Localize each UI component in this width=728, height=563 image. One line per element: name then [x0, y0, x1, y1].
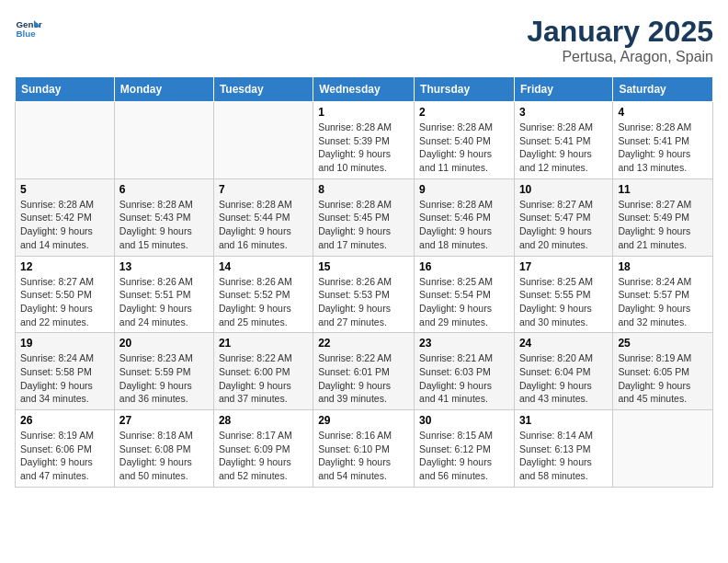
calendar-day-cell: 8Sunrise: 8:28 AMSunset: 5:45 PMDaylight… [313, 178, 415, 256]
day-number: 10 [519, 183, 608, 196]
title-area: January 2025 Pertusa, Aragon, Spain [527, 15, 713, 65]
calendar-day-cell: 3Sunrise: 8:28 AMSunset: 5:41 PMDaylight… [514, 102, 612, 179]
day-info: Sunrise: 8:27 AMSunset: 5:47 PMDaylight:… [519, 198, 608, 252]
calendar-day-cell: 23Sunrise: 8:21 AMSunset: 6:03 PMDayligh… [415, 333, 515, 410]
day-number: 26 [20, 414, 109, 427]
day-number: 29 [318, 414, 409, 427]
calendar-day-cell: 16Sunrise: 8:25 AMSunset: 5:54 PMDayligh… [415, 256, 515, 333]
day-info: Sunrise: 8:19 AMSunset: 6:06 PMDaylight:… [20, 429, 109, 483]
day-number: 20 [119, 337, 209, 350]
calendar-day-cell: 19Sunrise: 8:24 AMSunset: 5:58 PMDayligh… [16, 333, 115, 410]
calendar-day-cell: 22Sunrise: 8:22 AMSunset: 6:01 PMDayligh… [313, 333, 415, 410]
svg-text:Blue: Blue [17, 29, 37, 39]
calendar-day-cell: 5Sunrise: 8:28 AMSunset: 5:42 PMDaylight… [16, 178, 115, 256]
day-info: Sunrise: 8:26 AMSunset: 5:51 PMDaylight:… [119, 275, 209, 329]
calendar-day-cell [16, 102, 115, 179]
day-number: 30 [419, 414, 509, 427]
day-info: Sunrise: 8:15 AMSunset: 6:12 PMDaylight:… [419, 429, 509, 483]
calendar-day-cell: 2Sunrise: 8:28 AMSunset: 5:40 PMDaylight… [415, 102, 515, 179]
day-number: 7 [219, 183, 308, 196]
weekday-header-row: SundayMondayTuesdayWednesdayThursdayFrid… [16, 77, 713, 102]
weekday-header-cell: Wednesday [313, 77, 415, 102]
day-info: Sunrise: 8:28 AMSunset: 5:41 PMDaylight:… [618, 121, 708, 175]
calendar-day-cell: 28Sunrise: 8:17 AMSunset: 6:09 PMDayligh… [213, 410, 313, 488]
logo-icon: General Blue [15, 15, 42, 42]
calendar-day-cell: 24Sunrise: 8:20 AMSunset: 6:04 PMDayligh… [514, 333, 612, 410]
day-number: 6 [119, 183, 209, 196]
day-number: 31 [519, 414, 608, 427]
calendar-day-cell: 20Sunrise: 8:23 AMSunset: 5:59 PMDayligh… [114, 333, 213, 410]
day-number: 3 [519, 106, 608, 119]
calendar-day-cell [114, 102, 213, 179]
day-number: 4 [618, 106, 708, 119]
day-number: 8 [318, 183, 409, 196]
day-info: Sunrise: 8:28 AMSunset: 5:44 PMDaylight:… [219, 198, 308, 252]
calendar-title: January 2025 [527, 15, 713, 49]
day-info: Sunrise: 8:28 AMSunset: 5:43 PMDaylight:… [119, 198, 209, 252]
day-number: 11 [618, 183, 708, 196]
day-info: Sunrise: 8:17 AMSunset: 6:09 PMDaylight:… [219, 429, 308, 483]
day-info: Sunrise: 8:27 AMSunset: 5:49 PMDaylight:… [618, 198, 708, 252]
calendar-week-row: 5Sunrise: 8:28 AMSunset: 5:42 PMDaylight… [16, 178, 713, 256]
calendar-day-cell: 27Sunrise: 8:18 AMSunset: 6:08 PMDayligh… [114, 410, 213, 488]
calendar-day-cell: 1Sunrise: 8:28 AMSunset: 5:39 PMDaylight… [313, 102, 415, 179]
calendar-day-cell: 25Sunrise: 8:19 AMSunset: 6:05 PMDayligh… [613, 333, 713, 410]
weekday-header-cell: Monday [114, 77, 213, 102]
header: General Blue January 2025 Pertusa, Arago… [15, 15, 713, 65]
day-info: Sunrise: 8:28 AMSunset: 5:46 PMDaylight:… [419, 198, 509, 252]
day-number: 22 [318, 337, 409, 350]
day-info: Sunrise: 8:21 AMSunset: 6:03 PMDaylight:… [419, 351, 509, 406]
calendar-day-cell: 4Sunrise: 8:28 AMSunset: 5:41 PMDaylight… [613, 102, 713, 179]
day-number: 19 [20, 337, 109, 350]
day-number: 27 [119, 414, 209, 427]
day-info: Sunrise: 8:22 AMSunset: 6:00 PMDaylight:… [219, 351, 308, 406]
day-info: Sunrise: 8:23 AMSunset: 5:59 PMDaylight:… [119, 351, 209, 406]
day-info: Sunrise: 8:16 AMSunset: 6:10 PMDaylight:… [318, 429, 409, 483]
calendar-day-cell: 17Sunrise: 8:25 AMSunset: 5:55 PMDayligh… [514, 256, 612, 333]
calendar-day-cell: 29Sunrise: 8:16 AMSunset: 6:10 PMDayligh… [313, 410, 415, 488]
day-info: Sunrise: 8:14 AMSunset: 6:13 PMDaylight:… [519, 429, 608, 483]
weekday-header-cell: Friday [514, 77, 612, 102]
day-info: Sunrise: 8:24 AMSunset: 5:58 PMDaylight:… [20, 351, 109, 406]
day-number: 24 [519, 337, 608, 350]
calendar-day-cell: 14Sunrise: 8:26 AMSunset: 5:52 PMDayligh… [213, 256, 313, 333]
day-number: 17 [519, 260, 608, 273]
calendar-subtitle: Pertusa, Aragon, Spain [527, 49, 713, 65]
calendar-day-cell [613, 410, 713, 488]
day-number: 28 [219, 414, 308, 427]
calendar-day-cell: 10Sunrise: 8:27 AMSunset: 5:47 PMDayligh… [514, 178, 612, 256]
day-number: 18 [618, 260, 708, 273]
day-info: Sunrise: 8:26 AMSunset: 5:53 PMDaylight:… [318, 275, 409, 329]
day-number: 16 [419, 260, 509, 273]
day-info: Sunrise: 8:25 AMSunset: 5:54 PMDaylight:… [419, 275, 509, 329]
calendar-week-row: 19Sunrise: 8:24 AMSunset: 5:58 PMDayligh… [16, 333, 713, 410]
day-number: 23 [419, 337, 509, 350]
calendar-day-cell: 18Sunrise: 8:24 AMSunset: 5:57 PMDayligh… [613, 256, 713, 333]
day-number: 2 [419, 106, 509, 119]
weekday-header-cell: Thursday [415, 77, 515, 102]
calendar-week-row: 26Sunrise: 8:19 AMSunset: 6:06 PMDayligh… [16, 410, 713, 488]
calendar-day-cell: 11Sunrise: 8:27 AMSunset: 5:49 PMDayligh… [613, 178, 713, 256]
calendar-day-cell: 26Sunrise: 8:19 AMSunset: 6:06 PMDayligh… [16, 410, 115, 488]
calendar-body: 1Sunrise: 8:28 AMSunset: 5:39 PMDaylight… [16, 102, 713, 488]
day-info: Sunrise: 8:27 AMSunset: 5:50 PMDaylight:… [20, 275, 109, 329]
weekday-header-cell: Sunday [16, 77, 115, 102]
calendar-week-row: 1Sunrise: 8:28 AMSunset: 5:39 PMDaylight… [16, 102, 713, 179]
calendar-day-cell: 21Sunrise: 8:22 AMSunset: 6:00 PMDayligh… [213, 333, 313, 410]
day-info: Sunrise: 8:25 AMSunset: 5:55 PMDaylight:… [519, 275, 608, 329]
logo: General Blue [15, 15, 42, 42]
day-number: 25 [618, 337, 708, 350]
day-number: 14 [219, 260, 308, 273]
day-info: Sunrise: 8:26 AMSunset: 5:52 PMDaylight:… [219, 275, 308, 329]
day-info: Sunrise: 8:22 AMSunset: 6:01 PMDaylight:… [318, 351, 409, 406]
day-info: Sunrise: 8:18 AMSunset: 6:08 PMDaylight:… [119, 429, 209, 483]
calendar-day-cell: 30Sunrise: 8:15 AMSunset: 6:12 PMDayligh… [415, 410, 515, 488]
calendar-day-cell: 6Sunrise: 8:28 AMSunset: 5:43 PMDaylight… [114, 178, 213, 256]
calendar-day-cell: 31Sunrise: 8:14 AMSunset: 6:13 PMDayligh… [514, 410, 612, 488]
day-number: 15 [318, 260, 409, 273]
day-number: 9 [419, 183, 509, 196]
day-number: 13 [119, 260, 209, 273]
calendar-day-cell: 15Sunrise: 8:26 AMSunset: 5:53 PMDayligh… [313, 256, 415, 333]
day-number: 21 [219, 337, 308, 350]
day-number: 12 [20, 260, 109, 273]
